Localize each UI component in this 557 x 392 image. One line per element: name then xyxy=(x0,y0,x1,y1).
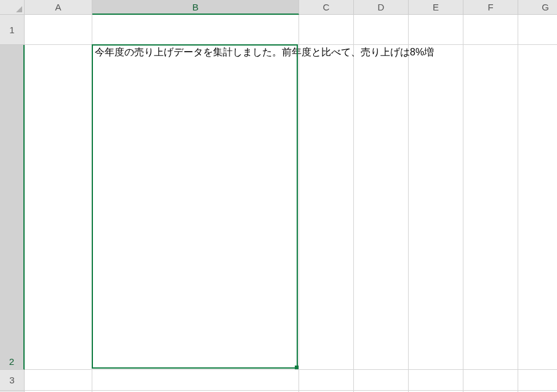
cell-A3[interactable] xyxy=(25,370,92,391)
select-all-triangle-icon xyxy=(16,6,22,12)
column-header-label: A xyxy=(55,2,61,12)
row-header-3[interactable]: 3 xyxy=(0,370,25,391)
column-header-D[interactable]: D xyxy=(354,0,409,15)
cell-E2[interactable] xyxy=(409,45,463,370)
cell-G1[interactable] xyxy=(518,15,557,45)
spreadsheet: ABCDEFG 1234 今年度の売り上げデータを集計しました。前年度と比べて、… xyxy=(0,0,557,392)
column-header-F[interactable]: F xyxy=(463,0,518,15)
grid-row xyxy=(25,15,557,45)
cell-B3[interactable] xyxy=(92,370,299,391)
row-headers: 1234 xyxy=(0,15,25,392)
cell-G2[interactable] xyxy=(518,45,557,370)
cell-A2[interactable] xyxy=(25,45,92,370)
cell-E1[interactable] xyxy=(409,15,463,45)
cell-C3[interactable] xyxy=(299,370,354,391)
column-header-label: B xyxy=(192,2,198,12)
row-header-label: 1 xyxy=(9,25,14,35)
column-header-label: G xyxy=(542,2,549,12)
column-header-C[interactable]: C xyxy=(299,0,354,15)
column-header-A[interactable]: A xyxy=(25,0,92,15)
cell-C1[interactable] xyxy=(299,15,354,45)
cell-B2[interactable]: 今年度の売り上げデータを集計しました。前年度と比べて、売り上げは8%増 xyxy=(92,45,299,370)
column-header-G[interactable]: G xyxy=(518,0,557,15)
cell-E3[interactable] xyxy=(409,370,463,391)
cell-D2[interactable] xyxy=(354,45,409,370)
cell-F3[interactable] xyxy=(463,370,518,391)
column-header-label: E xyxy=(433,2,439,12)
column-header-B[interactable]: B xyxy=(92,0,299,15)
column-header-label: F xyxy=(487,2,493,12)
cell-D3[interactable] xyxy=(354,370,409,391)
cell-G3[interactable] xyxy=(518,370,557,391)
cell-F2[interactable] xyxy=(463,45,518,370)
column-header-E[interactable]: E xyxy=(409,0,463,15)
row-header-1[interactable]: 1 xyxy=(0,15,25,45)
cell-B1[interactable] xyxy=(92,15,299,45)
cell-content: 今年度の売り上げデータを集計しました。前年度と比べて、売り上げは8%増 xyxy=(95,46,434,59)
grid-row: 今年度の売り上げデータを集計しました。前年度と比べて、売り上げは8%増 xyxy=(25,45,557,370)
cell-F1[interactable] xyxy=(463,15,518,45)
cell-D1[interactable] xyxy=(354,15,409,45)
column-header-label: C xyxy=(323,2,330,12)
row-header-label: 3 xyxy=(9,375,14,385)
grid-row xyxy=(25,370,557,391)
cell-A1[interactable] xyxy=(25,15,92,45)
row-header-label: 2 xyxy=(9,356,14,369)
row-header-2[interactable]: 2 xyxy=(0,45,25,370)
cell-C2[interactable] xyxy=(299,45,354,370)
column-header-label: D xyxy=(378,2,385,12)
column-headers: ABCDEFG xyxy=(25,0,557,15)
cell-grid[interactable]: 今年度の売り上げデータを集計しました。前年度と比べて、売り上げは8%増 xyxy=(25,15,557,392)
select-all-corner[interactable] xyxy=(0,0,25,15)
